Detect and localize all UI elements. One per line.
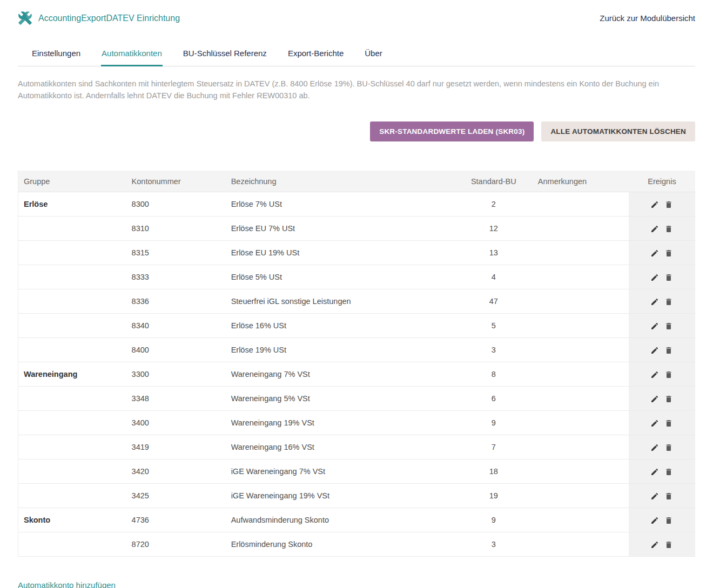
cell-anmerkungen <box>533 289 629 314</box>
cell-ereignis <box>629 387 695 411</box>
tab-bu-schlüssel-referenz[interactable]: BU-Schlüssel Referenz <box>183 43 267 66</box>
cell-gruppe: Erlöse <box>18 192 126 217</box>
cell-ereignis <box>629 435 695 459</box>
table-row: Skonto 4736 Aufwandsminderung Skonto 9 <box>18 508 696 532</box>
edit-icon[interactable] <box>649 322 661 330</box>
edit-icon[interactable] <box>649 346 661 355</box>
tabs: EinstellungenAutomatikkontenBU-Schlüssel… <box>18 43 695 66</box>
delete-icon[interactable] <box>663 200 675 209</box>
delete-icon[interactable] <box>663 370 675 379</box>
tab-einstellungen[interactable]: Einstellungen <box>31 43 81 66</box>
cell-gruppe <box>18 338 126 362</box>
cell-kontonummer: 8336 <box>126 289 226 314</box>
cell-kontonummer: 8310 <box>126 217 226 241</box>
delete-icon[interactable] <box>663 346 675 355</box>
tab-über[interactable]: Über <box>364 43 383 66</box>
edit-icon[interactable] <box>649 516 661 525</box>
cell-standard-bu: 2 <box>455 192 533 217</box>
brand: AccountingExportDATEV Einrichtung <box>18 11 180 25</box>
delete-all-button[interactable]: ALLE AUTOMATIKKONTEN LÖSCHEN <box>541 121 695 141</box>
cell-anmerkungen <box>533 411 629 435</box>
delete-icon[interactable] <box>663 468 675 476</box>
delete-icon[interactable] <box>663 225 675 233</box>
cell-anmerkungen <box>533 484 629 508</box>
delete-icon[interactable] <box>663 540 675 549</box>
edit-icon[interactable] <box>649 273 661 282</box>
column-header: Standard-BU <box>455 171 533 192</box>
cell-bezeichnung: Erlöse 19% USt <box>226 338 455 362</box>
table-row: 3348 Wareneingang 5% VSt 6 <box>18 387 696 411</box>
edit-icon[interactable] <box>649 468 661 476</box>
load-skr-defaults-button[interactable]: SKR-STANDARDWERTE LADEN (SKR03) <box>370 121 534 141</box>
cell-gruppe: Wareneingang <box>18 362 126 387</box>
cell-kontonummer: 8720 <box>126 532 226 557</box>
edit-icon[interactable] <box>649 395 661 403</box>
cell-bezeichnung: Erlöse 5% USt <box>226 265 455 289</box>
cell-ereignis <box>629 241 695 265</box>
edit-icon[interactable] <box>649 492 661 501</box>
cell-ereignis <box>629 484 695 508</box>
delete-icon[interactable] <box>663 395 675 403</box>
delete-icon[interactable] <box>663 322 675 330</box>
delete-icon[interactable] <box>663 249 675 258</box>
description-text: Automatikkonten sind Sachkonten mit hint… <box>18 78 678 102</box>
page: AccountingExportDATEV Einrichtung Zurück… <box>0 0 713 588</box>
back-to-modules-link[interactable]: Zurück zur Modulübersicht <box>600 13 695 23</box>
edit-icon[interactable] <box>649 200 661 209</box>
edit-icon[interactable] <box>649 370 661 379</box>
delete-icon[interactable] <box>663 419 675 428</box>
cell-standard-bu: 18 <box>455 459 533 484</box>
edit-icon[interactable] <box>649 419 661 428</box>
cell-ereignis <box>629 289 695 314</box>
add-automatikkonto-link[interactable]: Automatikkonto hinzufügen <box>18 580 116 588</box>
cell-kontonummer: 8340 <box>126 314 226 338</box>
cell-gruppe <box>18 387 126 411</box>
cell-anmerkungen <box>533 192 629 217</box>
edit-icon[interactable] <box>649 225 661 233</box>
topbar: AccountingExportDATEV Einrichtung Zurück… <box>18 0 695 25</box>
table-row: 8333 Erlöse 5% USt 4 <box>18 265 696 289</box>
cell-ereignis <box>629 314 695 338</box>
delete-icon[interactable] <box>663 443 675 452</box>
column-header: Kontonummer <box>126 171 226 192</box>
cell-standard-bu: 6 <box>455 387 533 411</box>
delete-icon[interactable] <box>663 298 675 306</box>
cell-bezeichnung: Aufwandsminderung Skonto <box>226 508 455 532</box>
edit-icon[interactable] <box>649 298 661 306</box>
cell-standard-bu: 9 <box>455 411 533 435</box>
cell-gruppe <box>18 484 126 508</box>
edit-icon[interactable] <box>649 249 661 258</box>
cell-standard-bu: 3 <box>455 338 533 362</box>
delete-icon[interactable] <box>663 516 675 525</box>
table-row: 8400 Erlöse 19% USt 3 <box>18 338 696 362</box>
edit-icon[interactable] <box>649 443 661 452</box>
delete-icon[interactable] <box>663 273 675 282</box>
cell-standard-bu: 8 <box>455 362 533 387</box>
cell-standard-bu: 5 <box>455 314 533 338</box>
cell-standard-bu: 13 <box>455 241 533 265</box>
cell-kontonummer: 8333 <box>126 265 226 289</box>
cell-standard-bu: 47 <box>455 289 533 314</box>
cell-ereignis <box>629 532 695 557</box>
delete-icon[interactable] <box>663 492 675 501</box>
column-header: Anmerkungen <box>533 171 629 192</box>
cell-anmerkungen <box>533 459 629 484</box>
cell-standard-bu: 9 <box>455 508 533 532</box>
cell-gruppe <box>18 289 126 314</box>
cell-ereignis <box>629 217 695 241</box>
tab-automatikkonten[interactable]: Automatikkonten <box>101 43 163 66</box>
cell-kontonummer: 3348 <box>126 387 226 411</box>
cell-ereignis <box>629 362 695 387</box>
cell-bezeichnung: iGE Wareneingang 19% VSt <box>226 484 455 508</box>
cell-gruppe <box>18 459 126 484</box>
cell-gruppe <box>18 314 126 338</box>
table-row: Wareneingang 3300 Wareneingang 7% VSt 8 <box>18 362 696 387</box>
edit-icon[interactable] <box>649 540 661 549</box>
cell-anmerkungen <box>533 532 629 557</box>
cell-standard-bu: 4 <box>455 265 533 289</box>
cell-kontonummer: 8400 <box>126 338 226 362</box>
tab-export-berichte[interactable]: Export-Berichte <box>287 43 344 66</box>
column-header: Bezeichnung <box>226 171 455 192</box>
cell-kontonummer: 3300 <box>126 362 226 387</box>
cell-ereignis <box>629 508 695 532</box>
